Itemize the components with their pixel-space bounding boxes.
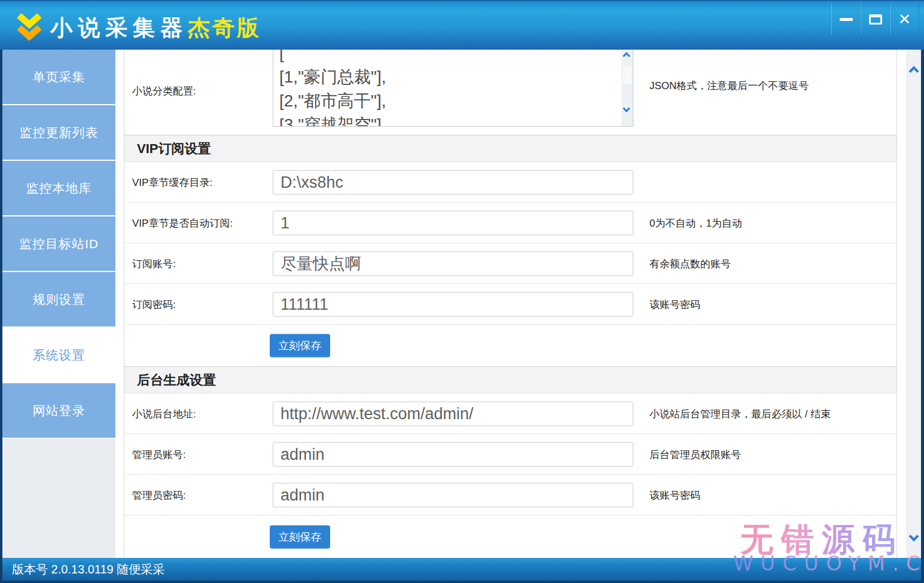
field-hint: 0为不自动，1为自动: [649, 216, 742, 230]
textarea-scrollbar[interactable]: [621, 50, 633, 127]
row-vip-cache-dir: VIP章节缓存目录:: [124, 162, 896, 203]
section-title: VIP订阅设置: [137, 136, 211, 162]
sidebar-item-single-page-collect[interactable]: 单页采集: [2, 50, 115, 104]
field-hint: 小说站后台管理目录，最后必须以 / 结束: [649, 407, 831, 420]
scroll-up-icon[interactable]: [623, 52, 630, 60]
field-label: VIP章节缓存目录:: [132, 175, 212, 189]
sidebar: 单页采集 监控更新列表 监控本地库 监控目标站ID 规则设置 系统设置 网站登录: [2, 50, 115, 558]
minimize-button[interactable]: [831, 4, 861, 35]
field-label: 管理员账号:: [132, 447, 186, 461]
maximize-icon: [869, 14, 882, 25]
sidebar-item-monitor-local-db[interactable]: 监控本地库: [2, 161, 115, 215]
backend-url-input[interactable]: [273, 401, 633, 426]
window-border-right: [921, 50, 924, 583]
sidebar-item-monitor-update-list[interactable]: 监控更新列表: [2, 105, 115, 160]
category-config-hint: JSON格式，注意最后一个不要逗号: [649, 79, 809, 93]
sidebar-empty-area: [2, 438, 115, 558]
category-config-textarea[interactable]: [ [1,"豪门总裁"], [2,"都市高干"], [3,"穿越架空"],: [273, 50, 633, 127]
field-hint: 后台管理员权限账号: [649, 447, 741, 461]
minimize-icon: [840, 18, 853, 21]
row-vip-auto-subscribe: VIP章节是否自动订阅: 0为不自动，1为自动: [124, 203, 896, 243]
section-header-backend: 后台生成设置: [124, 367, 896, 393]
title-bar: 小说采集器杰奇版 ✕: [0, 0, 924, 50]
maximize-button[interactable]: [861, 4, 890, 35]
sidebar-item-site-login[interactable]: 网站登录: [2, 383, 115, 438]
section-title: 后台生成设置: [137, 367, 216, 393]
vip-auto-subscribe-input[interactable]: [273, 210, 633, 235]
sidebar-item-system-settings[interactable]: 系统设置: [2, 328, 115, 382]
subscribe-password-input[interactable]: [273, 292, 633, 316]
close-icon: ✕: [898, 11, 911, 27]
admin-account-input[interactable]: [273, 442, 633, 466]
app-title: 小说采集器杰奇版: [50, 13, 261, 43]
settings-panel: 小说分类配置: [ [1,"豪门总裁"], [2,"都市高干"], [3,"穿越…: [124, 50, 897, 558]
sidebar-item-monitor-target-id[interactable]: 监控目标站ID: [2, 216, 115, 271]
vip-cache-dir-input[interactable]: [273, 170, 633, 194]
row-subscribe-account: 订阅账号: 有余额点数的账号: [124, 243, 896, 284]
category-config-text: [ [1,"豪门总裁"], [2,"都市高干"], [3,"穿越架空"],: [273, 50, 633, 127]
field-label: VIP章节是否自动订阅:: [132, 216, 233, 230]
row-vip-save: 立刻保存: [124, 325, 896, 367]
row-subscribe-password: 订阅密码: 该账号密码: [124, 284, 896, 325]
sidebar-item-rule-settings[interactable]: 规则设置: [2, 272, 115, 326]
textarea-scrollbar-thumb[interactable]: [623, 66, 632, 84]
row-category-config: 小说分类配置: [ [1,"豪门总裁"], [2,"都市高干"], [3,"穿越…: [124, 50, 896, 135]
scroll-down-icon[interactable]: [909, 532, 919, 542]
field-hint: 有余额点数的账号: [649, 257, 731, 270]
subscribe-account-input[interactable]: [273, 251, 633, 276]
window-border-left: [0, 50, 2, 583]
scroll-up-icon[interactable]: [909, 66, 919, 77]
field-label: 管理员密码:: [132, 488, 186, 502]
app-title-main: 小说采集器: [50, 16, 188, 40]
scroll-down-icon[interactable]: [623, 105, 630, 112]
close-button[interactable]: ✕: [890, 4, 919, 35]
version-text: 版本号 2.0.13.0119 随便采采: [12, 558, 164, 581]
watermark-domain: WUCUOYM.COM: [733, 551, 924, 575]
field-label: 订阅密码:: [132, 297, 176, 311]
admin-password-input[interactable]: [273, 483, 633, 507]
main-scrollbar[interactable]: [907, 50, 921, 558]
save-vip-button[interactable]: 立刻保存: [270, 334, 330, 357]
category-config-label: 小说分类配置:: [132, 84, 196, 98]
field-hint: 该账号密码: [649, 488, 700, 502]
field-label: 订阅账号:: [132, 257, 176, 270]
row-admin-account: 管理员账号: 后台管理员权限账号: [124, 434, 896, 475]
save-backend-button[interactable]: 立刻保存: [270, 525, 330, 548]
app-logo-double-chevron-icon: [16, 12, 43, 41]
app-title-suffix: 杰奇版: [188, 16, 261, 40]
row-backend-url: 小说后台地址: 小说站后台管理目录，最后必须以 / 结束: [124, 393, 896, 434]
field-hint: 该账号密码: [649, 297, 700, 311]
field-label: 小说后台地址:: [132, 407, 196, 420]
window-border-bottom: [0, 581, 924, 583]
window-controls: ✕: [831, 4, 919, 35]
section-header-vip: VIP订阅设置: [124, 135, 896, 162]
row-admin-password: 管理员密码: 该账号密码: [124, 475, 896, 515]
